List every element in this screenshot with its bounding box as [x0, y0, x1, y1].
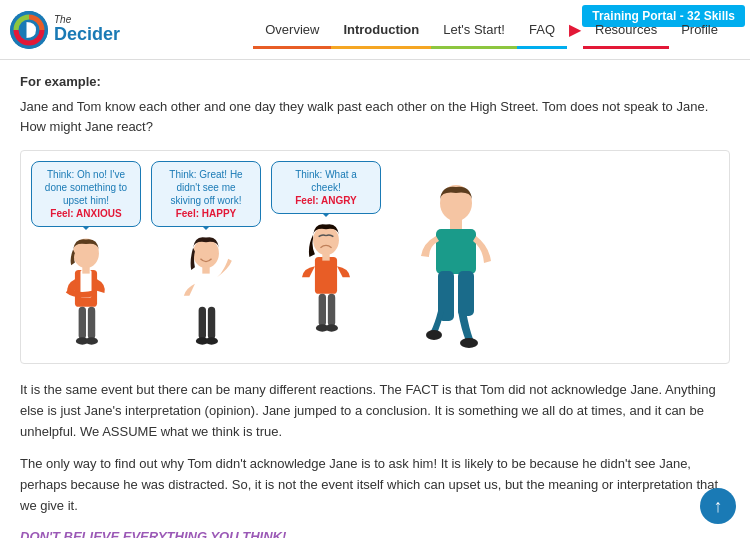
jane3-feel: Feel: ANGRY [295, 195, 357, 206]
paragraph2: The only way to find out why Tom didn't … [20, 454, 730, 516]
scenario-text: Jane and Tom know each other and one day… [20, 97, 730, 136]
jane-figure-2: Think: Great! He didn't see me skiving o… [151, 161, 261, 353]
svg-point-28 [460, 338, 478, 348]
jane-figure-3: Think: What a cheek! Feel: ANGRY [271, 161, 381, 340]
jane1-think: Think: Oh no! I've done something to ups… [45, 169, 127, 206]
illustration: Think: Oh no! I've done something to ups… [20, 150, 730, 364]
svg-rect-5 [79, 307, 86, 339]
jane2-bubble: Think: Great! He didn't see me skiving o… [151, 161, 261, 227]
nav-letsstart[interactable]: Let's Start! [431, 16, 517, 43]
jane3-bubble: Think: What a cheek! Feel: ANGRY [271, 161, 381, 214]
svg-rect-19 [319, 294, 326, 326]
jane1-svg [46, 233, 126, 353]
nav-arrow-icon[interactable]: ▶ [567, 20, 583, 39]
paragraph1: It is the same event but there can be ma… [20, 380, 730, 442]
logo-text: The Decider [54, 14, 120, 45]
svg-rect-27 [458, 271, 474, 316]
jane2-svg [166, 233, 246, 353]
svg-point-9 [193, 239, 219, 269]
logo-icon [10, 11, 48, 49]
jane3-think: Think: What a cheek! [295, 169, 357, 193]
jane-figure-1: Think: Oh no! I've done something to ups… [31, 161, 141, 353]
svg-point-16 [313, 226, 339, 256]
highlight-text: DON'T BELIEVE EVERYTHING YOU THINK! [20, 529, 730, 538]
nav-overview[interactable]: Overview [253, 16, 331, 43]
svg-point-29 [426, 330, 442, 340]
svg-rect-25 [436, 229, 476, 274]
svg-rect-20 [328, 294, 335, 326]
nav-faq[interactable]: FAQ [517, 16, 567, 43]
svg-rect-10 [195, 270, 217, 307]
scroll-up-button[interactable]: ↑ [700, 488, 736, 524]
content-area: For example: Jane and Tom know each othe… [0, 60, 750, 538]
jane2-feel: Feel: HAPPY [176, 208, 237, 219]
svg-rect-4 [82, 266, 89, 273]
svg-point-22 [325, 324, 338, 331]
svg-point-8 [85, 337, 98, 344]
jane1-bubble: Think: Oh no! I've done something to ups… [31, 161, 141, 227]
nav-resources[interactable]: Resources [583, 16, 669, 43]
nav-introduction[interactable]: Introduction [331, 16, 431, 43]
svg-rect-13 [208, 307, 215, 339]
svg-point-15 [205, 337, 218, 344]
jane1-feel: Feel: ANXIOUS [50, 208, 121, 219]
svg-rect-12 [199, 307, 206, 339]
for-example-label: For example: [20, 74, 730, 89]
svg-rect-6 [88, 307, 95, 339]
tom-figure [401, 181, 501, 351]
jane2-think: Think: Great! He didn't see me skiving o… [169, 169, 242, 206]
svg-rect-17 [315, 257, 337, 294]
nav: Overview Introduction Let's Start! FAQ ▶… [253, 16, 730, 43]
logo-area: The Decider [10, 11, 120, 49]
jane3-svg [286, 220, 366, 340]
nav-profile[interactable]: Profile [669, 16, 730, 43]
logo-decider: Decider [54, 25, 120, 45]
svg-rect-11 [202, 266, 209, 273]
svg-rect-24 [450, 219, 462, 229]
header: The Decider Training Portal - 32 Skills … [0, 0, 750, 60]
tom-svg [401, 181, 501, 351]
svg-rect-18 [322, 253, 329, 260]
